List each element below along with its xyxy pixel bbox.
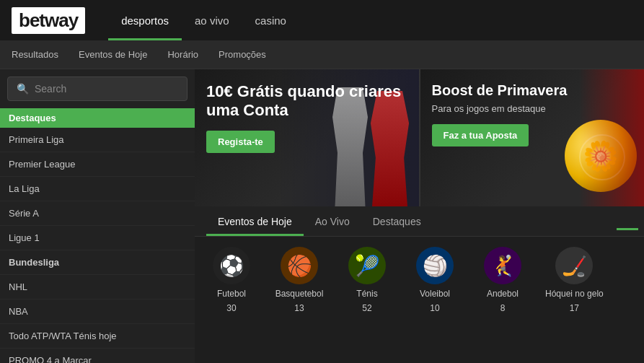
subnav-horario[interactable]: Horário	[167, 49, 198, 60]
search-input[interactable]	[35, 83, 178, 95]
hockey-icon: 🏒	[555, 247, 593, 284]
subnav-promocoes[interactable]: Promoções	[219, 49, 266, 60]
sport-count-tenis: 52	[362, 303, 371, 313]
sidebar-item-tennis[interactable]: Todo ATP/WTA Ténis hoje	[0, 324, 195, 349]
sport-count-hoquei: 17	[570, 303, 579, 313]
sport-label-futebol: Futebol	[217, 289, 246, 299]
sidebar-item-nhl[interactable]: NHL	[0, 275, 195, 299]
sport-label-voleibol: Voleibol	[420, 289, 450, 299]
content-area: 10€ Grátis quando criares uma Conta Regi…	[195, 69, 644, 363]
banner-right-button[interactable]: Faz a tua Aposta	[432, 124, 529, 146]
green-accent-line	[617, 228, 638, 230]
banner-left-title: 10€ Grátis quando criares uma Conta	[206, 82, 407, 121]
sport-item-hoquei[interactable]: 🏒 Hóquei no gelo 17	[545, 247, 604, 313]
tab-ao-vivo[interactable]: Ao Vivo	[304, 206, 361, 236]
sport-label-andebol: Andebol	[487, 289, 519, 299]
search-box[interactable]: 🔍	[7, 76, 188, 101]
subnav-resultados[interactable]: Resultados	[12, 49, 58, 60]
nav-tab-desportos[interactable]: desportos	[108, 0, 182, 40]
tabs-bar: Eventos de Hoje Ao Vivo Destaques	[195, 206, 644, 237]
sport-item-futebol[interactable]: ⚽ Futebol 30	[206, 247, 257, 313]
main-nav: desportos ao vivo casino	[108, 0, 299, 40]
sport-count-andebol: 8	[500, 303, 506, 313]
tennis-icon: 🎾	[348, 247, 386, 284]
search-icon: 🔍	[17, 83, 29, 95]
subnav-eventos-hoje[interactable]: Eventos de Hoje	[79, 49, 147, 60]
banner-right-title: Boost de Primavera	[432, 82, 568, 99]
nav-tab-ao-vivo[interactable]: ao vivo	[182, 0, 242, 40]
sport-item-tenis[interactable]: 🎾 Ténis 52	[342, 247, 392, 313]
betway-logo[interactable]: betway	[12, 7, 85, 34]
volleyball-icon: 🏐	[416, 247, 454, 284]
sidebar-item-nba[interactable]: NBA	[0, 299, 195, 324]
sport-item-basquetebol[interactable]: 🏀 Basquetebol 13	[274, 247, 325, 313]
sport-count-voleibol: 10	[430, 303, 439, 313]
sport-label-tenis: Ténis	[356, 289, 377, 299]
tab-eventos-hoje[interactable]: Eventos de Hoje	[206, 206, 304, 236]
sport-item-andebol[interactable]: 🤾 Andebol 8	[477, 247, 528, 313]
sidebar: 🔍 Destaques Primeira Liga Premier League…	[0, 69, 195, 363]
banner-left-text: 10€ Grátis quando criares uma Conta Regi…	[206, 82, 407, 153]
sports-row: ⚽ Futebol 30 🏀 Basquetebol 13 🎾 Ténis 52	[195, 237, 644, 320]
header: betway desportos ao vivo casino	[0, 0, 644, 40]
handball-icon: 🤾	[484, 247, 521, 284]
sport-item-voleibol[interactable]: 🏐 Voleibol 10	[410, 247, 460, 313]
tab-destaques[interactable]: Destaques	[361, 206, 433, 236]
banner-left: 10€ Grátis quando criares uma Conta Regi…	[195, 69, 419, 206]
banner-right: Boost de Primavera Para os jogos em dest…	[420, 69, 645, 206]
banner-right-player	[579, 69, 644, 206]
sidebar-item-ligue-1[interactable]: Ligue 1	[0, 226, 195, 250]
sub-nav: Resultados Eventos de Hoje Horário Promo…	[0, 40, 644, 69]
sidebar-item-serie-a[interactable]: Série A	[0, 201, 195, 226]
sidebar-item-primeira-liga[interactable]: Primeira Liga	[0, 128, 195, 152]
sidebar-item-premier-league[interactable]: Premier League	[0, 152, 195, 177]
banners: 10€ Grátis quando criares uma Conta Regi…	[195, 69, 644, 206]
sidebar-item-bundesliga[interactable]: Bundesliga	[0, 250, 195, 275]
banner-left-button[interactable]: Regista-te	[206, 131, 275, 153]
main-layout: 🔍 Destaques Primeira Liga Premier League…	[0, 69, 644, 363]
sidebar-section-destaques: Destaques	[0, 108, 195, 128]
sidebar-item-la-liga[interactable]: La Liga	[0, 177, 195, 201]
sport-label-hoquei: Hóquei no gelo	[545, 289, 604, 299]
basketball-icon: 🏀	[281, 247, 318, 284]
sport-label-basquetebol: Basquetebol	[275, 289, 324, 299]
sport-count-basquetebol: 13	[294, 303, 304, 313]
banner-right-text: Boost de Primavera Para os jogos em dest…	[432, 82, 568, 146]
nav-tab-casino[interactable]: casino	[242, 0, 299, 40]
sidebar-item-promo[interactable]: PROMO 4 a Marcar	[0, 349, 195, 363]
football-icon: ⚽	[213, 247, 250, 284]
sport-count-futebol: 30	[226, 303, 236, 313]
banner-right-subtitle: Para os jogos em destaque	[432, 103, 568, 114]
